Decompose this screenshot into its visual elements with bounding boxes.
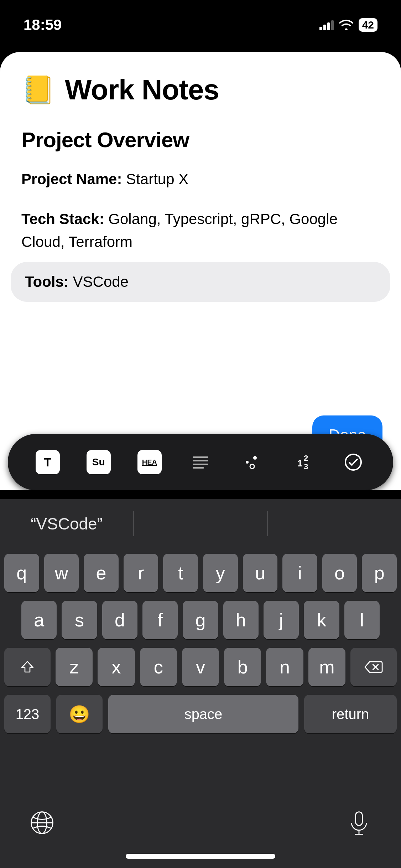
svg-text:1: 1 [297,458,302,469]
subscript-button[interactable]: Su [87,450,111,474]
shift-key[interactable] [4,648,51,686]
emoji-key[interactable]: 😀 [56,695,103,733]
key-x[interactable]: x [98,648,135,686]
key-p[interactable]: p [362,554,397,592]
tools-label: Tools: [25,273,69,290]
key-f[interactable]: f [142,601,178,639]
suggestion-left[interactable]: “VSCode” [0,514,133,533]
key-r[interactable]: r [124,554,158,592]
backspace-key[interactable] [350,648,397,686]
space-key[interactable]: space [108,695,298,733]
cellular-signal-icon [319,20,334,30]
key-m[interactable]: m [308,648,345,686]
key-d[interactable]: d [102,601,137,639]
key-t[interactable]: t [163,554,198,592]
svg-text:3: 3 [304,462,308,471]
notebook-emoji-icon: 📒 [21,74,55,106]
key-y[interactable]: y [203,554,238,592]
key-l[interactable]: l [344,601,380,639]
status-bar: 18:59 42 [0,0,401,50]
key-j[interactable]: j [264,601,299,639]
formatting-toolbar: T Su HEA 1 2 3 [8,434,393,490]
align-left-icon[interactable] [188,450,213,474]
key-b[interactable]: b [224,648,261,686]
note-sheet: 📒 Work Notes Project Overview Project Na… [0,52,401,490]
key-w[interactable]: w [44,554,79,592]
key-z[interactable]: z [56,648,93,686]
bullet-list-icon[interactable] [239,450,264,474]
svg-point-6 [250,464,254,469]
key-a[interactable]: a [21,601,57,639]
svg-point-10 [345,454,361,470]
key-e[interactable]: e [84,554,119,592]
key-i[interactable]: i [282,554,317,592]
project-name-value: Startup X [122,171,188,187]
key-c[interactable]: c [140,648,177,686]
key-n[interactable]: n [266,648,303,686]
key-q[interactable]: q [4,554,39,592]
text-style-button[interactable]: T [36,450,60,474]
svg-point-5 [253,456,257,460]
tools-value: VSCode [69,273,129,290]
svg-text:2: 2 [304,454,308,463]
svg-rect-14 [356,812,363,826]
key-h[interactable]: h [223,601,259,639]
section-heading[interactable]: Project Overview [21,128,380,152]
globe-icon[interactable] [28,809,56,838]
microphone-icon[interactable] [345,809,373,838]
checkmark-circle-icon[interactable] [341,450,365,474]
suggestion-separator [133,511,134,536]
tools-line-highlighted[interactable]: Tools: VSCode [11,262,390,302]
tech-stack-label: Tech Stack: [21,211,104,227]
note-title[interactable]: 📒 Work Notes [21,73,380,106]
suggestion-bar: “VSCode” [0,499,401,549]
numbers-key[interactable]: 123 [4,695,51,733]
key-s[interactable]: s [62,601,97,639]
home-indicator[interactable] [126,854,275,859]
key-k[interactable]: k [304,601,339,639]
tech-stack-line[interactable]: Tech Stack: Golang, Typescript, gRPC, Go… [21,208,380,253]
svg-point-4 [246,461,249,464]
wifi-icon [339,20,354,30]
key-u[interactable]: u [243,554,278,592]
key-o[interactable]: o [322,554,357,592]
status-indicators: 42 [319,18,377,32]
status-time: 18:59 [24,16,62,33]
project-name-label: Project Name: [21,171,122,187]
note-title-text: Work Notes [65,73,219,106]
keyboard: “VSCode” qwertyuiop asdfghjkl zxcvbnm 12… [0,499,401,868]
key-g[interactable]: g [183,601,218,639]
battery-indicator: 42 [359,18,377,32]
project-name-line[interactable]: Project Name: Startup X [21,168,380,191]
heading-button[interactable]: HEA [137,450,162,474]
return-key[interactable]: return [304,695,397,733]
suggestion-separator [267,511,268,536]
key-v[interactable]: v [182,648,219,686]
numbered-list-icon[interactable]: 1 2 3 [290,450,314,474]
